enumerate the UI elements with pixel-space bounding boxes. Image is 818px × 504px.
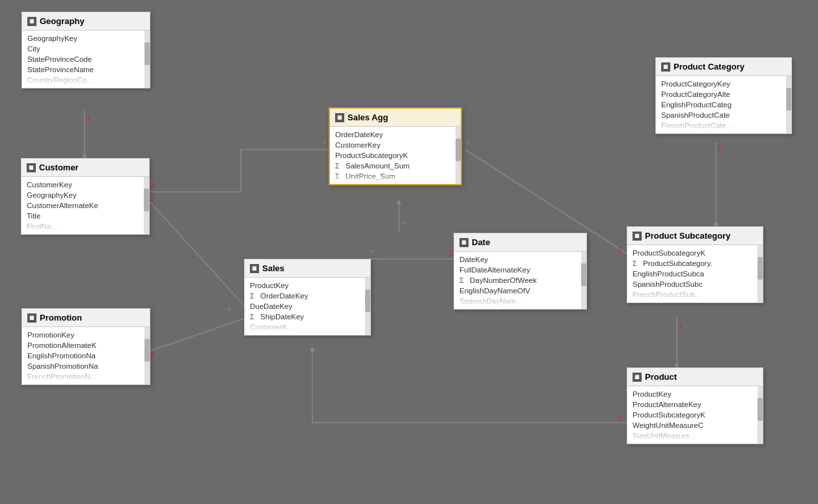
field-row: SpanishProductSubc — [627, 279, 763, 289]
svg-text:1: 1 — [151, 192, 155, 200]
table-product-category-header: ▦ Product Category — [656, 58, 791, 76]
field-row: SpanishProductCate — [656, 110, 791, 120]
svg-text:*: * — [323, 139, 326, 149]
table-product-category-body: ProductCategoryKey ProductCategoryAlte E… — [656, 76, 791, 133]
field-row: ΣOrderDateKey — [245, 291, 370, 301]
svg-text:1: 1 — [449, 249, 453, 257]
table-customer[interactable]: ▦ Customer CustomerKey GeographyKey Cust… — [21, 158, 150, 235]
table-product-header: ▦ Product — [627, 368, 763, 386]
field-row: ProductCategoryAlte — [656, 89, 791, 99]
field-row: FullDateAlternateKey — [454, 265, 586, 275]
field-row: ΣSalesAmount_Sum — [330, 161, 461, 171]
table-sales-title: Sales — [262, 263, 284, 273]
table-date-header: ▦ Date — [454, 233, 586, 252]
table-grid-icon: ▦ — [27, 17, 36, 26]
table-grid-icon: ▦ — [250, 264, 259, 273]
table-product-subcategory-header: ▦ Product Subcategory — [627, 227, 763, 245]
table-geography-title: Geography — [40, 16, 85, 26]
field-row: ProductSubcategoryK — [330, 150, 461, 161]
field-row: WeightUnitMeasureC — [627, 420, 763, 431]
field-row: ΣShipDateKey — [245, 312, 370, 322]
table-product-title: Product — [645, 372, 677, 382]
table-date-body: DateKey FullDateAlternateKey ΣDayNumberO… — [454, 252, 586, 309]
svg-text:1: 1 — [618, 413, 622, 421]
table-sales-header: ▦ Sales — [245, 259, 370, 278]
field-row: GeographyKey — [21, 190, 149, 200]
field-row: StateProvinceCode — [22, 54, 150, 64]
svg-text:1: 1 — [679, 321, 683, 329]
svg-point-23 — [310, 348, 314, 352]
field-row: ProductKey — [627, 389, 763, 399]
field-row: EnglishProductCateg — [656, 99, 791, 110]
field-row: GeographyKey — [22, 33, 150, 44]
table-grid-icon: ▦ — [27, 313, 36, 323]
table-product-category[interactable]: ▦ Product Category ProductCategoryKey Pr… — [655, 57, 792, 134]
table-customer-header: ▦ Customer — [21, 159, 149, 177]
field-row: CustomerKey — [330, 140, 461, 150]
table-product-body: ProductKey ProductAlternateKey ProductSu… — [627, 386, 763, 444]
svg-text:1: 1 — [718, 144, 722, 152]
field-row: ProductSubcategoryK — [627, 410, 763, 420]
field-row: ProductCategoryKey — [656, 79, 791, 89]
table-grid-icon: ▦ — [633, 232, 642, 241]
field-row: DueDateKey — [245, 301, 370, 312]
table-sales[interactable]: ▦ Sales ProductKey ΣOrderDateKey DueDate… — [244, 259, 371, 336]
svg-text:1: 1 — [151, 181, 155, 189]
table-promotion-title: Promotion — [40, 313, 82, 323]
field-row: ΣDayNumberOfWeek — [454, 275, 586, 285]
field-row: EnglishPromotionNa — [22, 351, 150, 361]
field-row: StateProvinceName — [22, 64, 150, 75]
table-product-subcategory-title: Product Subcategory — [645, 231, 730, 241]
field-row: EnglishProductSubca — [627, 269, 763, 279]
field-row: City — [22, 44, 150, 54]
field-row: ProductSubcategoryK — [627, 248, 763, 258]
svg-text:1: 1 — [618, 246, 622, 254]
field-row: CustomerKey — [21, 179, 149, 190]
table-geography-body: GeographyKey City StateProvinceCode Stat… — [22, 31, 150, 88]
table-customer-body: CustomerKey GeographyKey CustomerAlterna… — [21, 177, 149, 234]
table-date-title: Date — [472, 237, 490, 247]
field-row: CustomerAlternateKe — [21, 200, 149, 211]
field-row: Title — [21, 211, 149, 221]
field-row: PromotionAlternateK — [22, 340, 150, 351]
table-grid-icon: ▦ — [459, 238, 469, 247]
table-product[interactable]: ▦ Product ProductKey ProductAlternateKey… — [627, 367, 763, 444]
field-row: SpanishPromotionNa — [22, 361, 150, 371]
svg-text:*: * — [228, 306, 231, 315]
table-date[interactable]: ▦ Date DateKey FullDateAlternateKey ΣDay… — [454, 233, 587, 310]
table-sales-agg-title: Sales Agg — [348, 113, 388, 122]
field-row: PromotionKey — [22, 330, 150, 340]
table-sales-agg-header: ▦ Sales Agg — [330, 109, 461, 127]
field-row: OrderDateKey — [330, 129, 461, 140]
table-grid-icon: ▦ — [633, 373, 642, 382]
svg-text:*: * — [402, 220, 405, 230]
field-row: ProductAlternateKey — [627, 399, 763, 410]
table-sales-body: ProductKey ΣOrderDateKey DueDateKey ΣShi… — [245, 278, 370, 335]
svg-text:1: 1 — [151, 350, 155, 358]
field-row: EnglishDayNameOfV — [454, 285, 586, 296]
table-promotion-header: ▦ Promotion — [22, 309, 150, 327]
table-product-category-title: Product Category — [674, 62, 744, 72]
table-customer-title: Customer — [39, 163, 79, 172]
svg-point-10 — [397, 201, 401, 205]
table-geography[interactable]: ▦ Geography GeographyKey City StateProvi… — [21, 12, 150, 88]
field-row: ProductKey — [245, 280, 370, 291]
table-sales-agg[interactable]: ▦ Sales Agg OrderDateKey CustomerKey Pro… — [329, 107, 462, 185]
field-row: DateKey — [454, 254, 586, 265]
table-grid-icon: ▦ — [661, 62, 670, 72]
table-product-subcategory-body: ProductSubcategoryK ΣProductSubcategory.… — [627, 245, 763, 302]
svg-text:*: * — [215, 272, 218, 282]
field-row: ΣProductSubcategory. — [627, 258, 763, 269]
diagram-canvas[interactable]: 1 * 1 1 * * 1 * * * 1 * 1 1 * 1 — [0, 0, 818, 504]
table-grid-icon: ▦ — [335, 113, 344, 122]
table-grid-icon: ▦ — [27, 163, 36, 172]
table-sales-agg-body: OrderDateKey CustomerKey ProductSubcateg… — [330, 127, 461, 184]
svg-text:*: * — [371, 248, 374, 258]
svg-text:1: 1 — [87, 114, 90, 122]
table-promotion-body: PromotionKey PromotionAlternateK English… — [22, 327, 150, 384]
table-promotion[interactable]: ▦ Promotion PromotionKey PromotionAltern… — [21, 308, 150, 385]
svg-text:*: * — [467, 139, 470, 149]
table-product-subcategory[interactable]: ▦ Product Subcategory ProductSubcategory… — [627, 226, 763, 303]
table-geography-header: ▦ Geography — [22, 12, 150, 31]
